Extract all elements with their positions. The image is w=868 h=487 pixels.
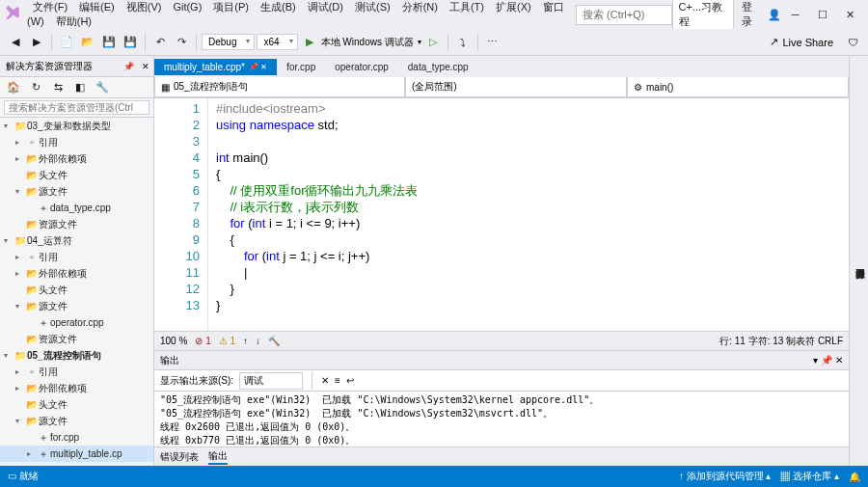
- close-button[interactable]: ✕: [837, 5, 865, 25]
- tree-node[interactable]: ▾📁04_运算符: [0, 232, 153, 249]
- undo-button[interactable]: ↶: [150, 33, 170, 52]
- menu-扩展(X)[interactable]: 扩展(X): [490, 0, 537, 16]
- tree-node[interactable]: ▸📂外部依赖项: [0, 380, 153, 396]
- new-button[interactable]: 📄: [57, 33, 76, 52]
- nav-fwd-button[interactable]: ▶: [27, 33, 46, 52]
- debug-target[interactable]: 本地 Windows 调试器: [321, 36, 414, 49]
- tree-node[interactable]: 📂资源文件: [0, 331, 153, 347]
- document-tabs: multiply_table.cpp*📌 ✕for.cppoperator.cp…: [154, 56, 849, 77]
- tree-node[interactable]: ＋operator.cpp: [0, 314, 153, 331]
- menu-生成(B)[interactable]: 生成(B): [255, 0, 302, 16]
- panel-title: 解决方案资源管理器: [0, 60, 120, 73]
- panel-close-icon[interactable]: ✕: [138, 62, 153, 71]
- tree-node[interactable]: ▾📁03_变量和数据类型: [0, 118, 153, 134]
- nav-back-button[interactable]: ◀: [6, 33, 25, 52]
- menu-Git(G)[interactable]: Git(G): [167, 0, 207, 16]
- error-count[interactable]: ⊘ 1: [195, 336, 210, 346]
- refresh-icon[interactable]: ↻: [26, 78, 45, 97]
- nav-context[interactable]: (全局范围): [405, 77, 627, 97]
- line-gutter: 12345678910111213: [154, 98, 208, 331]
- solution-toolbar: 🏠 ↻ ⇆ ◧ 🔧: [0, 77, 153, 98]
- tree-node[interactable]: ▾📂源文件: [0, 183, 153, 200]
- user-icon[interactable]: 👤: [768, 9, 781, 21]
- tree-node[interactable]: ＋for.cpp: [0, 429, 153, 446]
- tree-node[interactable]: ＋data_type.cpp: [0, 200, 153, 216]
- platform-dropdown[interactable]: x64: [257, 34, 297, 50]
- menu-分析(N)[interactable]: 分析(N): [396, 0, 444, 16]
- global-search[interactable]: 搜索 (Ctrl+Q): [576, 5, 672, 25]
- properties-icon[interactable]: 🔧: [93, 78, 112, 97]
- tree-node[interactable]: ▸📂外部依赖项: [0, 265, 153, 282]
- start-no-debug-button[interactable]: ▷: [423, 33, 443, 52]
- doc-tab[interactable]: operator.cpp: [325, 59, 398, 75]
- warning-count[interactable]: ⚠ 1: [219, 336, 235, 346]
- tree-node[interactable]: ▸▫引用: [0, 134, 153, 150]
- step-button[interactable]: ⤵: [453, 33, 473, 52]
- menu-项目(P)[interactable]: 项目(P): [207, 0, 255, 16]
- login-link[interactable]: 登录: [742, 0, 761, 29]
- show-all-icon[interactable]: ◧: [70, 78, 90, 97]
- select-repo[interactable]: ▦ 选择仓库 ▴: [780, 470, 839, 483]
- nav-scope[interactable]: ▦05_流程控制语句: [154, 77, 405, 97]
- output-wrap-icon[interactable]: ↩: [346, 375, 354, 386]
- tab-error-list[interactable]: 错误列表: [160, 450, 199, 464]
- menu-视图(V)[interactable]: 视图(V): [121, 0, 168, 16]
- output-pin-icon[interactable]: ▾ 📌 ✕: [813, 355, 843, 365]
- nav-member[interactable]: ⚙main(): [627, 77, 849, 97]
- home-icon[interactable]: 🏠: [4, 78, 23, 97]
- tree-node[interactable]: ▾📂源文件: [0, 298, 153, 314]
- main-toolbar: ◀ ▶ 📄 📂 💾 💾 ↶ ↷ Debug x64 ▶ 本地 Windows 调…: [0, 29, 868, 56]
- status-bar: ▭ 就绪 ↑ 添加到源代码管理 ▴ ▦ 选择仓库 ▴ 🔔: [0, 466, 868, 487]
- output-clear-icon[interactable]: ✕: [321, 375, 329, 386]
- code-editor[interactable]: #include<iostream>using namespace std;in…: [208, 98, 849, 331]
- maximize-button[interactable]: ☐: [809, 5, 837, 25]
- doc-tab[interactable]: data_type.cpp: [398, 59, 478, 75]
- live-share-icon: ↗: [770, 36, 778, 48]
- menu-工具(T)[interactable]: 工具(T): [444, 0, 490, 16]
- tree-node[interactable]: ▸▫引用: [0, 364, 153, 380]
- caret-position: 行: 11 字符: 13 制表符 CRLF: [719, 335, 843, 348]
- tree-node[interactable]: 📂头文件: [0, 167, 153, 183]
- output-source-dropdown[interactable]: 调试: [239, 372, 303, 390]
- config-dropdown[interactable]: Debug: [202, 34, 255, 50]
- doc-tab[interactable]: for.cpp: [277, 59, 325, 75]
- tool-button[interactable]: ⋯: [483, 33, 502, 52]
- sync-icon[interactable]: ⇆: [48, 78, 68, 97]
- tree-node[interactable]: 📂头文件: [0, 396, 153, 413]
- tab-output[interactable]: 输出: [208, 449, 228, 465]
- tree-node[interactable]: ▸📂外部依赖项: [0, 150, 153, 167]
- nav-down-icon[interactable]: ↓: [256, 336, 260, 346]
- right-rail[interactable]: 服务器资源管理器: [849, 56, 868, 466]
- build-icon[interactable]: 🔨: [268, 336, 280, 346]
- notifications-icon[interactable]: 🔔: [849, 472, 860, 482]
- save-button[interactable]: 💾: [99, 33, 119, 52]
- solution-tree[interactable]: ▾📁03_变量和数据类型▸▫引用▸📂外部依赖项 📂头文件▾📂源文件 ＋data_…: [0, 118, 153, 466]
- live-share[interactable]: ↗ Live Share: [762, 36, 841, 48]
- menu-调试(D)[interactable]: 调试(D): [302, 0, 349, 16]
- nav-up-icon[interactable]: ↑: [243, 336, 248, 346]
- solution-search[interactable]: [0, 98, 153, 118]
- editor-status: 100 % ⊘ 1 ⚠ 1 ↑ ↓ 🔨 行: 11 字符: 13 制表符 CRL…: [154, 331, 849, 350]
- tree-node[interactable]: ▸＋multiply_table.cp: [0, 446, 153, 462]
- vs-logo-icon: [4, 5, 21, 24]
- solution-explorer: 解决方案资源管理器 📌 ✕ 🏠 ↻ ⇆ ◧ 🔧 ▾📁03_变量和数据类型▸▫引用…: [0, 56, 154, 466]
- zoom-level[interactable]: 100 %: [160, 336, 187, 346]
- tree-node[interactable]: ▾📁05_流程控制语句: [0, 347, 153, 364]
- menu-帮助(H)[interactable]: 帮助(H): [50, 12, 97, 31]
- redo-button[interactable]: ↷: [172, 33, 191, 52]
- save-all-button[interactable]: 💾: [121, 33, 140, 52]
- start-button[interactable]: ▶: [300, 33, 319, 52]
- menu-测试(S)[interactable]: 测试(S): [349, 0, 396, 16]
- add-source-control[interactable]: ↑ 添加到源代码管理 ▴: [679, 470, 772, 483]
- output-text[interactable]: "05_流程控制语句 exe"(Win32) 已加载 "C:\Windows\S…: [154, 392, 849, 446]
- open-button[interactable]: 📂: [78, 33, 97, 52]
- tree-node[interactable]: 📂资源文件: [0, 216, 153, 232]
- pin-icon[interactable]: 📌: [120, 62, 138, 71]
- minimize-button[interactable]: ─: [781, 5, 809, 24]
- solution-search-input[interactable]: [4, 100, 149, 115]
- doc-tab[interactable]: multiply_table.cpp*📌 ✕: [154, 59, 277, 75]
- tree-node[interactable]: 📂头文件: [0, 282, 153, 298]
- output-toggle-icon[interactable]: ≡: [335, 375, 340, 386]
- tree-node[interactable]: ▸▫引用: [0, 249, 153, 265]
- tree-node[interactable]: ▾📂源文件: [0, 413, 153, 429]
